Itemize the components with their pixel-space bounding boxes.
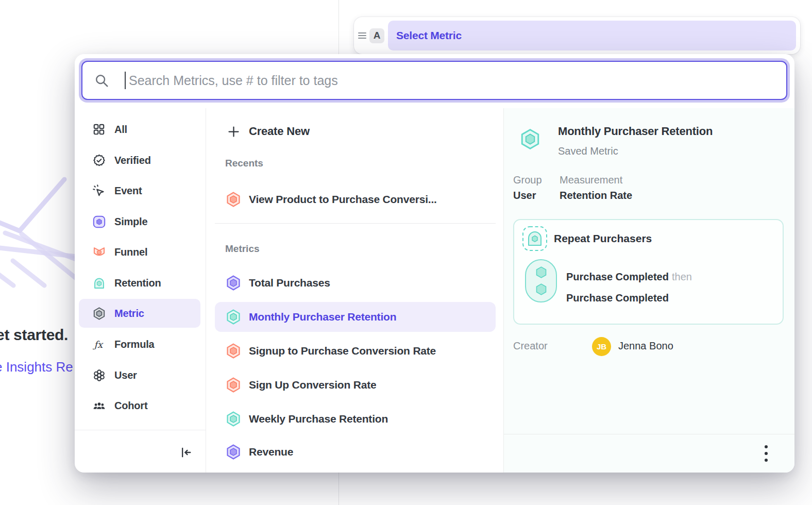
sidebar-item-all[interactable]: All	[79, 115, 200, 144]
create-new-label: Create New	[249, 125, 310, 138]
verified-badge-icon	[92, 153, 106, 167]
creator-name: Jenna Bono	[618, 340, 673, 352]
screen: et started. e Insights Re A Select Metri…	[0, 0, 812, 505]
detail-title: Monthly Purchaser Retention	[558, 125, 713, 138]
saved-metric-icon	[92, 306, 106, 321]
text-cursor	[125, 72, 126, 89]
query-row-card: A Select Metric	[354, 17, 800, 54]
simple-hexagon-icon	[225, 275, 242, 291]
funnel-metric-icon	[92, 245, 106, 259]
metric-picker-modal: All Verified	[75, 54, 794, 473]
retention-hexagon-icon	[225, 411, 242, 427]
funnel-hexagon-icon	[225, 377, 242, 393]
background-chart-illustration	[0, 175, 77, 319]
definition-step-2: Purchase Completed	[566, 292, 672, 304]
creator-avatar: JB	[592, 337, 611, 356]
sidebar-item-formula[interactable]: ƒx Formula	[79, 330, 200, 359]
formula-fx-icon: ƒx	[92, 337, 106, 351]
creator-label: Creator	[513, 340, 548, 352]
grid-icon	[92, 122, 106, 137]
cursor-click-icon	[92, 183, 106, 198]
sidebar-item-label: Formula	[114, 339, 155, 350]
recents-section-label: Recents	[225, 158, 263, 169]
sidebar-item-retention[interactable]: Retention	[79, 268, 200, 297]
search-input[interactable]	[128, 73, 786, 89]
sidebar-item-metric[interactable]: Metric	[79, 299, 200, 328]
group-label: Group	[513, 174, 542, 186]
search-icon	[94, 73, 109, 88]
metric-detail-panel: Monthly Purchaser Retention Saved Metric…	[503, 108, 794, 473]
sidebar-item-label: Simple	[114, 216, 147, 228]
step-hexagon-icon	[534, 282, 548, 296]
cohort-people-icon	[92, 398, 106, 413]
sidebar-item-label: Verified	[114, 155, 151, 166]
simple-metric-icon	[92, 214, 106, 229]
select-metric-pill[interactable]: Select Metric	[388, 21, 796, 50]
simple-hexagon-icon	[225, 444, 242, 460]
query-letter-badge[interactable]: A	[369, 28, 384, 43]
metric-item-label: Weekly Purchase Retention	[249, 413, 388, 425]
sidebar-item-user[interactable]: User	[79, 361, 200, 390]
detail-footer	[504, 434, 794, 473]
search-box[interactable]	[81, 61, 787, 100]
definition-title: Repeat Purchasers	[554, 232, 652, 245]
sidebar-item-label: User	[114, 369, 137, 381]
funnel-hexagon-icon	[225, 343, 242, 359]
funnel-hexagon-icon	[225, 191, 242, 208]
sidebar-item-cohort[interactable]: Cohort	[79, 391, 200, 420]
drag-handle-icon[interactable]	[358, 32, 366, 39]
sidebar-item-label: Event	[114, 185, 142, 197]
metric-list-item[interactable]: Total Purchases	[215, 268, 496, 298]
metric-definition-card: Repeat Purchasers Purchase Completedthen…	[513, 219, 784, 325]
search-focus-ring	[79, 58, 790, 103]
retention-metric-icon	[92, 276, 106, 290]
filter-sidebar: All Verified	[75, 108, 206, 473]
metrics-section-label: Metrics	[225, 243, 260, 255]
metric-item-label: Sign Up Conversion Rate	[249, 379, 376, 391]
plus-icon	[225, 123, 242, 140]
sidebar-item-verified[interactable]: Verified	[79, 146, 200, 175]
measurement-value: Retention Rate	[560, 190, 632, 201]
metric-item-label: View Product to Purchase Conversi...	[249, 193, 437, 206]
sidebar-item-simple[interactable]: Simple	[79, 207, 200, 236]
sidebar-item-label: Metric	[114, 308, 144, 319]
sidebar-item-event[interactable]: Event	[79, 176, 200, 205]
metric-list-item[interactable]: Revenue	[215, 437, 496, 467]
sidebar-item-label: Cohort	[114, 400, 147, 412]
create-new-button[interactable]: Create New	[215, 116, 496, 146]
background-heading-partial: et started.	[0, 326, 68, 344]
metric-list-item[interactable]: Sign Up Conversion Rate	[215, 370, 496, 400]
kebab-menu-icon[interactable]	[760, 443, 772, 466]
metric-list-item[interactable]: Weekly Purchase Retention	[215, 404, 496, 434]
retention-hexagon-icon	[225, 309, 242, 325]
step-hexagon-icon	[534, 265, 548, 279]
collapse-sidebar-icon[interactable]	[177, 444, 194, 461]
sidebar-item-label: Retention	[114, 277, 161, 289]
select-metric-label: Select Metric	[396, 29, 462, 42]
definition-step-1: Purchase Completedthen	[566, 271, 692, 283]
sidebar-item-funnel[interactable]: Funnel	[79, 238, 200, 266]
modal-body: All Verified	[75, 108, 794, 473]
background-link-partial[interactable]: e Insights Re	[0, 359, 73, 375]
sidebar-item-label: All	[114, 124, 127, 136]
svg-text:ƒx: ƒx	[92, 339, 104, 349]
user-cluster-icon	[92, 368, 106, 382]
metric-list-item[interactable]: Signup to Purchase Conversion Rate	[215, 336, 496, 366]
metric-item-label: Revenue	[249, 446, 293, 458]
group-value: User	[513, 190, 536, 201]
recent-metric-item[interactable]: View Product to Purchase Conversi...	[215, 184, 496, 214]
measurement-label: Measurement	[560, 174, 622, 186]
detail-subtitle: Saved Metric	[558, 145, 618, 157]
metric-item-label: Monthly Purchaser Retention	[249, 311, 396, 323]
sidebar-item-label: Funnel	[114, 246, 147, 258]
metric-hexagon-icon-large	[519, 128, 542, 153]
retention-definition-icon	[522, 226, 548, 254]
section-divider	[215, 223, 496, 224]
sidebar-footer	[75, 430, 206, 473]
metric-item-label: Signup to Purchase Conversion Rate	[249, 345, 436, 357]
metric-list-item-selected[interactable]: Monthly Purchaser Retention	[215, 302, 496, 332]
metric-list-column: Create New Recents View Product to Purch…	[206, 108, 503, 473]
retention-steps-capsule	[525, 259, 557, 302]
metric-item-label: Total Purchases	[249, 277, 330, 289]
